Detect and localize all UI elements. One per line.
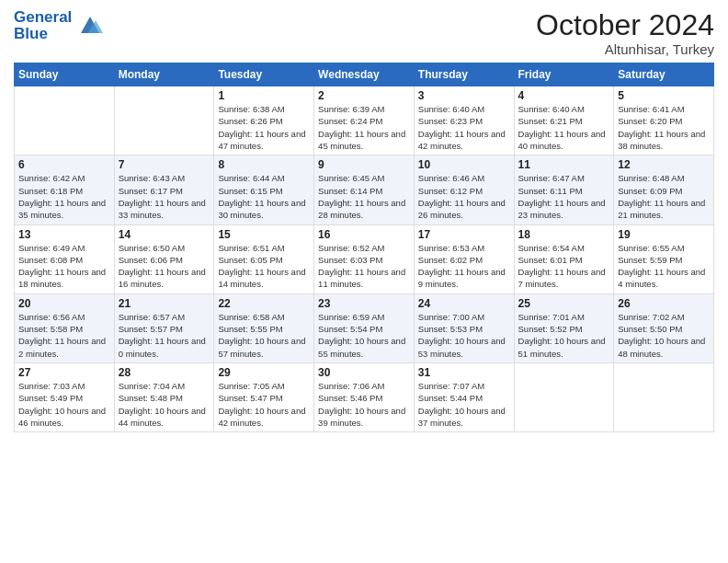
sunset-text: Sunset: 6:26 PM — [218, 115, 310, 127]
daylight-text: Daylight: 10 hours and 39 minutes. — [318, 405, 410, 430]
calendar-header-row: SundayMondayTuesdayWednesdayThursdayFrid… — [15, 63, 714, 86]
day-info: Sunrise: 7:06 AMSunset: 5:46 PMDaylight:… — [318, 380, 410, 429]
calendar-cell: 4Sunrise: 6:40 AMSunset: 6:21 PMDaylight… — [514, 86, 614, 155]
day-info: Sunrise: 7:03 AMSunset: 5:49 PMDaylight:… — [18, 380, 110, 429]
daylight-text: Daylight: 10 hours and 37 minutes. — [418, 405, 510, 430]
day-info: Sunrise: 7:07 AMSunset: 5:44 PMDaylight:… — [418, 380, 510, 429]
calendar-cell: 17Sunrise: 6:53 AMSunset: 6:02 PMDayligh… — [414, 224, 514, 293]
sunset-text: Sunset: 6:21 PM — [518, 115, 610, 127]
daylight-text: Daylight: 11 hours and 21 minutes. — [618, 197, 710, 222]
sunset-text: Sunset: 5:53 PM — [418, 323, 510, 335]
day-info: Sunrise: 7:00 AMSunset: 5:53 PMDaylight:… — [418, 311, 510, 360]
sunrise-text: Sunrise: 6:43 AM — [119, 172, 210, 184]
sunrise-text: Sunrise: 6:59 AM — [318, 311, 410, 323]
sunset-text: Sunset: 6:01 PM — [518, 254, 610, 266]
sunrise-text: Sunrise: 6:38 AM — [218, 103, 310, 115]
title-section: October 2024 Altunhisar, Turkey — [536, 9, 714, 57]
calendar-cell: 22Sunrise: 6:58 AMSunset: 5:55 PMDayligh… — [214, 293, 314, 362]
day-number: 7 — [119, 158, 210, 171]
daylight-text: Daylight: 11 hours and 4 minutes. — [618, 266, 710, 291]
daylight-text: Daylight: 11 hours and 47 minutes. — [218, 128, 310, 153]
sunrise-text: Sunrise: 6:46 AM — [418, 172, 510, 184]
sunset-text: Sunset: 6:06 PM — [119, 254, 210, 266]
day-info: Sunrise: 6:42 AMSunset: 6:18 PMDaylight:… — [18, 172, 110, 221]
logo-icon — [75, 9, 105, 42]
daylight-text: Daylight: 10 hours and 42 minutes. — [218, 405, 310, 430]
sunset-text: Sunset: 5:52 PM — [518, 323, 610, 335]
sunrise-text: Sunrise: 6:55 AM — [618, 242, 710, 254]
sunset-text: Sunset: 5:59 PM — [618, 254, 710, 266]
daylight-text: Daylight: 11 hours and 9 minutes. — [418, 266, 510, 291]
day-number: 18 — [518, 228, 610, 241]
sunset-text: Sunset: 5:46 PM — [318, 392, 410, 404]
calendar-cell: 12Sunrise: 6:48 AMSunset: 6:09 PMDayligh… — [614, 155, 714, 224]
col-header-wednesday: Wednesday — [314, 63, 415, 86]
day-info: Sunrise: 6:49 AMSunset: 6:08 PMDaylight:… — [18, 242, 110, 291]
day-number: 15 — [218, 228, 310, 241]
daylight-text: Daylight: 11 hours and 14 minutes. — [218, 266, 310, 291]
daylight-text: Daylight: 10 hours and 57 minutes. — [218, 335, 310, 360]
sunset-text: Sunset: 5:57 PM — [119, 323, 210, 335]
sunset-text: Sunset: 6:15 PM — [218, 185, 310, 197]
sunrise-text: Sunrise: 6:49 AM — [18, 242, 110, 254]
day-info: Sunrise: 6:58 AMSunset: 5:55 PMDaylight:… — [218, 311, 310, 360]
daylight-text: Daylight: 10 hours and 55 minutes. — [318, 335, 410, 360]
day-number: 19 — [618, 228, 710, 241]
day-number: 27 — [18, 366, 110, 379]
day-number: 29 — [218, 366, 310, 379]
daylight-text: Daylight: 11 hours and 18 minutes. — [18, 266, 110, 291]
col-header-sunday: Sunday — [15, 63, 115, 86]
sunset-text: Sunset: 6:05 PM — [218, 254, 310, 266]
sunset-text: Sunset: 5:55 PM — [218, 323, 310, 335]
day-info: Sunrise: 6:55 AMSunset: 5:59 PMDaylight:… — [618, 242, 710, 291]
day-info: Sunrise: 6:39 AMSunset: 6:24 PMDaylight:… — [318, 103, 410, 152]
day-number: 6 — [18, 158, 110, 171]
day-number: 30 — [318, 366, 410, 379]
calendar-cell: 28Sunrise: 7:04 AMSunset: 5:48 PMDayligh… — [114, 362, 214, 431]
calendar-cell — [15, 86, 115, 155]
daylight-text: Daylight: 11 hours and 33 minutes. — [119, 197, 210, 222]
logo-general: General — [14, 9, 72, 26]
header: General Blue October 2024 Altunhisar, Tu… — [14, 9, 714, 57]
calendar-cell: 18Sunrise: 6:54 AMSunset: 6:01 PMDayligh… — [514, 224, 614, 293]
daylight-text: Daylight: 11 hours and 40 minutes. — [518, 128, 610, 153]
day-number: 10 — [418, 158, 510, 171]
calendar-cell: 21Sunrise: 6:57 AMSunset: 5:57 PMDayligh… — [114, 293, 214, 362]
day-info: Sunrise: 6:56 AMSunset: 5:58 PMDaylight:… — [18, 311, 110, 360]
day-info: Sunrise: 6:40 AMSunset: 6:21 PMDaylight:… — [518, 103, 610, 152]
calendar-cell: 1Sunrise: 6:38 AMSunset: 6:26 PMDaylight… — [214, 86, 314, 155]
day-info: Sunrise: 6:40 AMSunset: 6:23 PMDaylight:… — [418, 103, 510, 152]
daylight-text: Daylight: 11 hours and 42 minutes. — [418, 128, 510, 153]
sunset-text: Sunset: 6:12 PM — [418, 185, 510, 197]
daylight-text: Daylight: 10 hours and 53 minutes. — [418, 335, 510, 360]
sunrise-text: Sunrise: 6:57 AM — [119, 311, 210, 323]
month-title: October 2024 — [536, 9, 714, 41]
calendar-cell: 9Sunrise: 6:45 AMSunset: 6:14 PMDaylight… — [314, 155, 415, 224]
calendar-cell: 23Sunrise: 6:59 AMSunset: 5:54 PMDayligh… — [314, 293, 415, 362]
col-header-tuesday: Tuesday — [214, 63, 314, 86]
sunrise-text: Sunrise: 6:42 AM — [18, 172, 110, 184]
calendar-cell: 8Sunrise: 6:44 AMSunset: 6:15 PMDaylight… — [214, 155, 314, 224]
day-number: 23 — [318, 297, 410, 310]
calendar-cell — [614, 362, 714, 431]
sunrise-text: Sunrise: 7:07 AM — [418, 380, 510, 392]
calendar-cell — [114, 86, 214, 155]
sunrise-text: Sunrise: 6:40 AM — [518, 103, 610, 115]
day-info: Sunrise: 7:04 AMSunset: 5:48 PMDaylight:… — [119, 380, 210, 429]
sunrise-text: Sunrise: 7:06 AM — [318, 380, 410, 392]
sunset-text: Sunset: 6:02 PM — [418, 254, 510, 266]
calendar-cell: 7Sunrise: 6:43 AMSunset: 6:17 PMDaylight… — [114, 155, 214, 224]
day-number: 22 — [218, 297, 310, 310]
sunrise-text: Sunrise: 6:44 AM — [218, 172, 310, 184]
sunset-text: Sunset: 6:08 PM — [18, 254, 110, 266]
calendar-cell: 3Sunrise: 6:40 AMSunset: 6:23 PMDaylight… — [414, 86, 514, 155]
calendar-cell: 15Sunrise: 6:51 AMSunset: 6:05 PMDayligh… — [214, 224, 314, 293]
daylight-text: Daylight: 11 hours and 35 minutes. — [18, 197, 110, 222]
daylight-text: Daylight: 11 hours and 26 minutes. — [418, 197, 510, 222]
calendar-cell: 30Sunrise: 7:06 AMSunset: 5:46 PMDayligh… — [314, 362, 415, 431]
logo-blue: Blue — [14, 26, 72, 42]
sunrise-text: Sunrise: 6:50 AM — [119, 242, 210, 254]
sunrise-text: Sunrise: 6:52 AM — [318, 242, 410, 254]
location-title: Altunhisar, Turkey — [536, 41, 714, 57]
day-info: Sunrise: 6:59 AMSunset: 5:54 PMDaylight:… — [318, 311, 410, 360]
